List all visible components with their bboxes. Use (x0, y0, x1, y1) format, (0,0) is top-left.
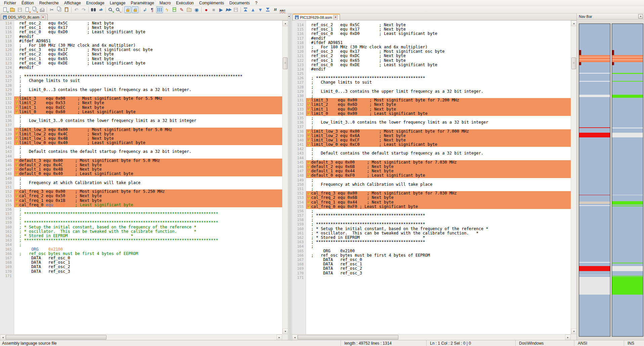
menu-item-fichier[interactable]: Fichier (1, 0, 19, 6)
macro-run-multiple-button[interactable]: ▶▶ (225, 6, 232, 13)
menu-item-affichage[interactable]: Affichage (61, 0, 84, 6)
code-line[interactable]: 143; Default contains the default startu… (292, 151, 571, 156)
indent-guide-button[interactable] (156, 6, 163, 13)
code-line[interactable]: 124#endif (0, 66, 282, 70)
code-line[interactable]: 127; Change limits to suit (292, 80, 571, 85)
find-button[interactable] (90, 6, 97, 13)
menu-item-langage[interactable]: Langage (107, 0, 128, 6)
menu-item-parametrage[interactable]: Paramétrage (128, 0, 157, 6)
code-line[interactable]: 170 DATA ref_osc_3 (292, 271, 571, 275)
code-line[interactable]: 141limit_low_0 equ 0xC0 ; Least signific… (292, 142, 571, 147)
menu-item-documents[interactable]: Documents (227, 0, 253, 6)
code-line[interactable]: 148default_0 equ 0xF0 ; Least significan… (292, 173, 571, 178)
scroll-right-icon[interactable]: ► (565, 335, 571, 340)
document-map-button[interactable] (171, 6, 178, 13)
code-line[interactable]: 136; Low_limit_3..0 contains the lower f… (0, 119, 282, 123)
code-line[interactable]: 134limit_0 equ 0x60 ; Least significant … (0, 110, 282, 114)
code-line[interactable]: 148default_0 equ 0x40 ; Least significan… (0, 172, 282, 176)
scroll-left-icon[interactable]: ◄ (292, 335, 298, 340)
compare-prev-button[interactable]: ▲ (250, 6, 256, 13)
vertical-scrollbar-right[interactable]: ▲ ▼ (571, 20, 576, 334)
code-line[interactable]: 129; Limit_0...3 contains the upper limi… (0, 88, 282, 92)
word-wrap-button[interactable]: ↲ (141, 6, 148, 13)
scroll-up-icon[interactable]: ▲ (571, 20, 577, 26)
show-all-characters-button[interactable]: ¶ (149, 6, 156, 13)
scroll-down-icon[interactable]: ▼ (283, 329, 288, 334)
zoom-in-button[interactable]: + (107, 6, 114, 13)
scrollbar-thumb[interactable] (298, 335, 398, 340)
save-button[interactable] (16, 6, 23, 13)
menu-item-execution[interactable]: Exécution (173, 0, 197, 6)
code-line[interactable]: 150; Frequency at which Calibration will… (0, 181, 282, 185)
menu-item-macro[interactable]: Macro (157, 0, 173, 6)
sync-horizontal-scroll-button[interactable] (132, 6, 138, 13)
new-file-button[interactable]: + (2, 6, 8, 13)
code-line[interactable]: 116ref_osc_0 equ 0xD0 ; Least significan… (0, 30, 282, 34)
code-line[interactable]: 143; Default contains the default startu… (0, 149, 282, 154)
code-line[interactable]: 163; ***********************************… (292, 240, 571, 244)
vertical-scrollbar-left[interactable]: ▲ ▼ (282, 20, 288, 334)
close-button[interactable]: ● (24, 6, 31, 13)
macro-stop-button[interactable]: ■ (210, 6, 217, 13)
redo-button[interactable]: ↷ (80, 6, 87, 13)
compare-first-button[interactable] (242, 6, 249, 13)
scroll-up-icon[interactable]: ▲ (283, 20, 288, 26)
macro-play-button[interactable]: ▶ (218, 6, 224, 13)
compare-last-button[interactable] (264, 6, 271, 13)
tab-dds-vfo-8c-asm[interactable]: DDS_VFO_8c.asm ✕ (1, 14, 48, 20)
zoom-out-button[interactable]: − (115, 6, 121, 13)
menu-item-complements[interactable]: Compléments (197, 0, 227, 6)
nav-bar-close-icon[interactable]: × (638, 14, 643, 18)
code-line[interactable]: 136; Low_limit_3..0 contains the lower f… (292, 120, 571, 125)
code-editor-left[interactable]: 114ref_osc_2 equ 0x5C ; Next byte115ref_… (0, 20, 282, 334)
menu-item-recherche[interactable]: Recherche (37, 0, 61, 6)
status-insert-mode[interactable]: INS (624, 340, 644, 346)
code-line[interactable]: 170 DATA ref_osc_3 (0, 269, 282, 274)
code-line[interactable]: 116ref_osc_0 equ 0xD0 ; Least significan… (292, 32, 571, 36)
compare-next-button[interactable]: ▼ (257, 6, 264, 13)
undo-button[interactable]: ↶ (73, 6, 80, 13)
code-line[interactable]: 123ref_osc_0 equ 0xDE ; Least significan… (0, 61, 282, 66)
scroll-left-icon[interactable]: ◄ (0, 335, 6, 340)
status-eol-format[interactable]: Dos\Windows (515, 340, 574, 346)
status-encoding[interactable]: ANSI (574, 340, 624, 346)
scroll-down-icon[interactable]: ▼ (571, 329, 577, 334)
scrollbar-thumb[interactable] (6, 335, 106, 340)
tab-close-icon[interactable]: ✕ (41, 15, 45, 19)
code-line[interactable]: 155cal_freq_0 equ 0xD0 ; Least significa… (0, 203, 282, 207)
code-line[interactable]: 150; Frequency at which Calibration will… (292, 182, 571, 187)
scrollbar-thumb[interactable] (283, 57, 288, 69)
code-line[interactable]: 171 (0, 274, 282, 278)
splitter-collapse-icon[interactable]: ◂ (288, 15, 290, 18)
code-line[interactable]: 163; ***********************************… (0, 238, 282, 243)
scroll-right-icon[interactable]: ► (276, 335, 282, 340)
code-line[interactable]: 155cal_freq_0 equ 0xF0 ; Least significa… (292, 205, 571, 209)
macro-save-button[interactable] (232, 6, 239, 13)
folder-as-workspace-button[interactable] (186, 6, 192, 13)
paste-button[interactable] (63, 6, 70, 13)
code-line[interactable]: 157; ***********************************… (0, 212, 282, 216)
print-button[interactable] (39, 6, 45, 13)
code-line[interactable]: 127; Change limits to suit (0, 79, 282, 83)
scrollbar-thumb[interactable] (571, 57, 576, 69)
code-line[interactable]: 171 (292, 275, 571, 280)
menu-item-encodage[interactable]: Encodage (84, 0, 107, 6)
code-line[interactable]: 124#endif (292, 67, 571, 72)
replace-button[interactable]: ab (97, 6, 104, 13)
menu-item-edition[interactable]: Édition (19, 0, 37, 6)
menu-item-aide[interactable]: ? (253, 0, 260, 6)
code-editor-right[interactable]: 114ref_osc_2 equ 0x5C ; Next byte115ref_… (292, 20, 571, 334)
nav-bar-minimap-left-file[interactable] (579, 24, 610, 337)
cut-button[interactable]: ✂ (48, 6, 55, 13)
code-line[interactable]: 141limit_low_0 equ 0x40 ; Least signific… (0, 141, 282, 145)
horizontal-scrollbar-left[interactable]: ◄ ► (0, 334, 282, 340)
monitoring-button[interactable]: ◉ (193, 6, 200, 13)
code-line[interactable]: 134limit_0 equ 0x00 ; Least significant … (292, 112, 571, 116)
spell-check-button[interactable] (279, 6, 286, 13)
open-file-button[interactable] (9, 6, 16, 13)
horizontal-scrollbar-right[interactable]: ◄ ► (292, 334, 571, 340)
code-line[interactable]: 129; Limit_0...3 contains the upper limi… (292, 89, 571, 94)
code-line[interactable]: 157; ***********************************… (292, 213, 571, 218)
tab-close-icon[interactable]: ✕ (333, 15, 338, 19)
tab-pic12f629-08-asm[interactable]: PIC12F629-08.asm ✕ (293, 14, 340, 20)
